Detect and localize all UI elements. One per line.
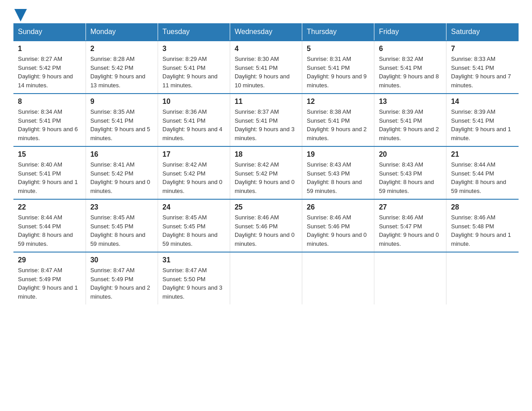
page-header	[13, 9, 519, 19]
day-of-week-header: Thursday	[302, 23, 374, 41]
calendar-day-cell: 6 Sunrise: 8:32 AM Sunset: 5:41 PM Dayli…	[374, 41, 446, 94]
day-header-row: SundayMondayTuesdayWednesdayThursdayFrid…	[13, 23, 519, 41]
day-info: Sunrise: 8:31 AM Sunset: 5:41 PM Dayligh…	[307, 55, 369, 90]
day-number: 8	[18, 98, 81, 106]
calendar-week-row: 29 Sunrise: 8:47 AM Sunset: 5:49 PM Dayl…	[13, 252, 519, 304]
calendar-day-cell: 5 Sunrise: 8:31 AM Sunset: 5:41 PM Dayli…	[302, 41, 374, 94]
day-number: 2	[90, 45, 153, 53]
calendar-day-cell	[230, 252, 302, 304]
calendar-day-cell	[374, 252, 446, 304]
calendar-day-cell: 26 Sunrise: 8:46 AM Sunset: 5:46 PM Dayl…	[302, 199, 374, 252]
calendar-day-cell: 13 Sunrise: 8:39 AM Sunset: 5:41 PM Dayl…	[374, 94, 446, 146]
day-info: Sunrise: 8:37 AM Sunset: 5:41 PM Dayligh…	[235, 107, 297, 142]
day-info: Sunrise: 8:43 AM Sunset: 5:43 PM Dayligh…	[379, 160, 442, 195]
calendar-week-row: 1 Sunrise: 8:27 AM Sunset: 5:42 PM Dayli…	[13, 41, 519, 94]
day-number: 16	[90, 150, 153, 158]
day-number: 6	[379, 45, 442, 53]
day-number: 25	[235, 203, 297, 211]
day-number: 11	[235, 98, 297, 106]
day-info: Sunrise: 8:28 AM Sunset: 5:42 PM Dayligh…	[90, 55, 153, 90]
calendar-day-cell: 30 Sunrise: 8:47 AM Sunset: 5:49 PM Dayl…	[86, 252, 158, 304]
calendar-day-cell: 19 Sunrise: 8:43 AM Sunset: 5:43 PM Dayl…	[302, 146, 374, 199]
calendar-day-cell: 24 Sunrise: 8:45 AM Sunset: 5:45 PM Dayl…	[158, 199, 230, 252]
day-info: Sunrise: 8:32 AM Sunset: 5:41 PM Dayligh…	[379, 55, 442, 90]
day-info: Sunrise: 8:47 AM Sunset: 5:50 PM Dayligh…	[163, 266, 225, 301]
day-number: 29	[18, 256, 81, 264]
day-number: 30	[90, 256, 153, 264]
day-number: 28	[451, 203, 514, 211]
calendar-day-cell: 2 Sunrise: 8:28 AM Sunset: 5:42 PM Dayli…	[86, 41, 158, 94]
day-info: Sunrise: 8:46 AM Sunset: 5:46 PM Dayligh…	[235, 213, 297, 248]
day-info: Sunrise: 8:46 AM Sunset: 5:48 PM Dayligh…	[451, 213, 514, 248]
day-info: Sunrise: 8:45 AM Sunset: 5:45 PM Dayligh…	[90, 213, 153, 248]
day-info: Sunrise: 8:39 AM Sunset: 5:41 PM Dayligh…	[451, 107, 514, 142]
day-info: Sunrise: 8:30 AM Sunset: 5:41 PM Dayligh…	[235, 55, 297, 90]
calendar-header: SundayMondayTuesdayWednesdayThursdayFrid…	[13, 23, 519, 41]
day-number: 21	[451, 150, 514, 158]
day-of-week-header: Monday	[86, 23, 158, 41]
calendar-day-cell: 15 Sunrise: 8:40 AM Sunset: 5:41 PM Dayl…	[13, 146, 86, 199]
day-number: 18	[235, 150, 297, 158]
day-info: Sunrise: 8:41 AM Sunset: 5:42 PM Dayligh…	[90, 160, 153, 195]
day-number: 31	[163, 256, 225, 264]
day-info: Sunrise: 8:29 AM Sunset: 5:41 PM Dayligh…	[163, 55, 225, 90]
calendar-day-cell: 29 Sunrise: 8:47 AM Sunset: 5:49 PM Dayl…	[13, 252, 86, 304]
logo-icon	[14, 9, 27, 21]
day-info: Sunrise: 8:36 AM Sunset: 5:41 PM Dayligh…	[163, 107, 225, 142]
day-info: Sunrise: 8:34 AM Sunset: 5:41 PM Dayligh…	[18, 107, 81, 142]
svg-marker-0	[14, 9, 27, 21]
day-number: 27	[379, 203, 442, 211]
day-info: Sunrise: 8:47 AM Sunset: 5:49 PM Dayligh…	[18, 266, 81, 301]
day-number: 22	[18, 203, 81, 211]
day-number: 19	[307, 150, 369, 158]
day-info: Sunrise: 8:40 AM Sunset: 5:41 PM Dayligh…	[18, 160, 81, 195]
calendar-day-cell: 31 Sunrise: 8:47 AM Sunset: 5:50 PM Dayl…	[158, 252, 230, 304]
calendar-day-cell: 9 Sunrise: 8:35 AM Sunset: 5:41 PM Dayli…	[86, 94, 158, 146]
day-number: 14	[451, 98, 514, 106]
day-of-week-header: Friday	[374, 23, 446, 41]
day-number: 26	[307, 203, 369, 211]
day-of-week-header: Saturday	[446, 23, 519, 41]
day-info: Sunrise: 8:38 AM Sunset: 5:41 PM Dayligh…	[307, 107, 369, 142]
day-info: Sunrise: 8:42 AM Sunset: 5:42 PM Dayligh…	[163, 160, 225, 195]
calendar-day-cell: 14 Sunrise: 8:39 AM Sunset: 5:41 PM Dayl…	[446, 94, 519, 146]
day-info: Sunrise: 8:39 AM Sunset: 5:41 PM Dayligh…	[379, 107, 442, 142]
calendar-day-cell: 20 Sunrise: 8:43 AM Sunset: 5:43 PM Dayl…	[374, 146, 446, 199]
day-info: Sunrise: 8:47 AM Sunset: 5:49 PM Dayligh…	[90, 266, 153, 301]
calendar-day-cell: 12 Sunrise: 8:38 AM Sunset: 5:41 PM Dayl…	[302, 94, 374, 146]
calendar-day-cell: 27 Sunrise: 8:46 AM Sunset: 5:47 PM Dayl…	[374, 199, 446, 252]
day-number: 10	[163, 98, 225, 106]
day-info: Sunrise: 8:46 AM Sunset: 5:46 PM Dayligh…	[307, 213, 369, 248]
calendar-day-cell: 4 Sunrise: 8:30 AM Sunset: 5:41 PM Dayli…	[230, 41, 302, 94]
day-info: Sunrise: 8:43 AM Sunset: 5:43 PM Dayligh…	[307, 160, 369, 195]
day-number: 1	[18, 45, 81, 53]
calendar-day-cell	[446, 252, 519, 304]
calendar-day-cell: 8 Sunrise: 8:34 AM Sunset: 5:41 PM Dayli…	[13, 94, 86, 146]
day-info: Sunrise: 8:27 AM Sunset: 5:42 PM Dayligh…	[18, 55, 81, 90]
day-info: Sunrise: 8:33 AM Sunset: 5:41 PM Dayligh…	[451, 55, 514, 90]
calendar-day-cell: 3 Sunrise: 8:29 AM Sunset: 5:41 PM Dayli…	[158, 41, 230, 94]
day-of-week-header: Sunday	[13, 23, 86, 41]
calendar-day-cell: 17 Sunrise: 8:42 AM Sunset: 5:42 PM Dayl…	[158, 146, 230, 199]
day-number: 4	[235, 45, 297, 53]
day-number: 15	[18, 150, 81, 158]
day-info: Sunrise: 8:44 AM Sunset: 5:44 PM Dayligh…	[18, 213, 81, 248]
logo	[13, 9, 27, 19]
calendar-body: 1 Sunrise: 8:27 AM Sunset: 5:42 PM Dayli…	[13, 41, 519, 304]
day-number: 13	[379, 98, 442, 106]
day-info: Sunrise: 8:44 AM Sunset: 5:44 PM Dayligh…	[451, 160, 514, 195]
day-number: 23	[90, 203, 153, 211]
day-number: 9	[90, 98, 153, 106]
calendar-day-cell: 25 Sunrise: 8:46 AM Sunset: 5:46 PM Dayl…	[230, 199, 302, 252]
day-info: Sunrise: 8:45 AM Sunset: 5:45 PM Dayligh…	[163, 213, 225, 248]
calendar-day-cell: 23 Sunrise: 8:45 AM Sunset: 5:45 PM Dayl…	[86, 199, 158, 252]
calendar-day-cell	[302, 252, 374, 304]
calendar-day-cell: 28 Sunrise: 8:46 AM Sunset: 5:48 PM Dayl…	[446, 199, 519, 252]
calendar-week-row: 15 Sunrise: 8:40 AM Sunset: 5:41 PM Dayl…	[13, 146, 519, 199]
calendar-day-cell: 16 Sunrise: 8:41 AM Sunset: 5:42 PM Dayl…	[86, 146, 158, 199]
calendar-day-cell: 21 Sunrise: 8:44 AM Sunset: 5:44 PM Dayl…	[446, 146, 519, 199]
day-number: 5	[307, 45, 369, 53]
day-info: Sunrise: 8:42 AM Sunset: 5:42 PM Dayligh…	[235, 160, 297, 195]
day-number: 3	[163, 45, 225, 53]
day-of-week-header: Wednesday	[230, 23, 302, 41]
